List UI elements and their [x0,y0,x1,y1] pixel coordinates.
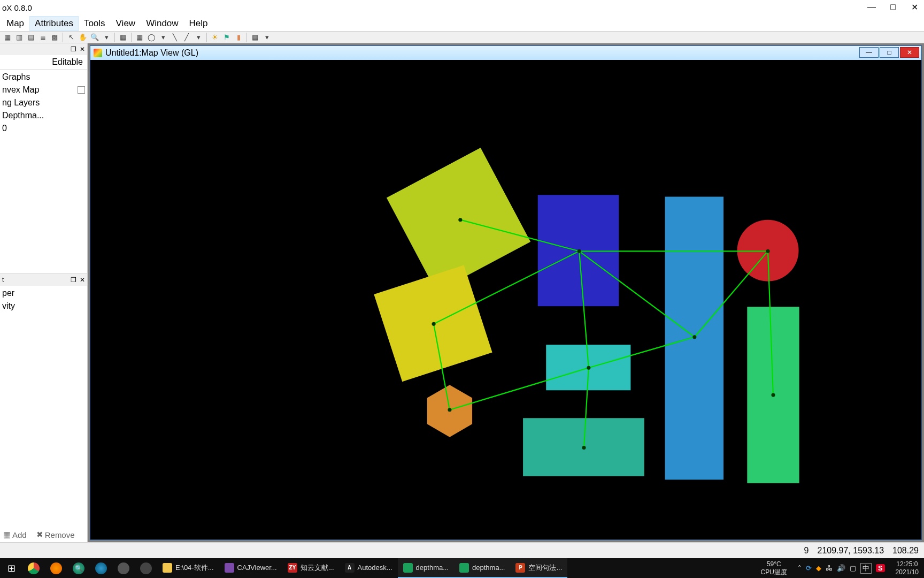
map-view-title-bar[interactable]: Untitled1:Map View (GL) — □ ✕ [90,46,921,60]
panel-float-icon[interactable]: ❐ [71,276,76,284]
tool-flag-icon[interactable]: ⚑ [221,32,232,43]
window-minimize-button[interactable]: — [859,47,879,58]
tool-grid3-icon[interactable]: ▦ [134,32,145,43]
tool-grid-icon[interactable]: ▩ [49,32,60,43]
app-logo-icon [94,49,102,57]
layers-row[interactable]: 0 [2,122,85,135]
editable-header: Editable [0,55,87,70]
svg-point-22 [578,249,581,253]
app-maximize-button[interactable]: □ [888,2,898,12]
taskbar-task-label: CAJViewer... [237,564,277,572]
tool-list-icon[interactable]: ≣ [37,32,48,43]
taskbar-app1-icon[interactable] [112,558,135,578]
app-minimize-button[interactable]: — [866,2,877,12]
tray-sync-icon[interactable]: ⟳ [806,564,812,572]
tool-marker-icon[interactable]: ▮ [233,32,244,43]
remove-button[interactable]: ✖ Remove [36,530,75,539]
tool-dropdown-icon[interactable]: ▾ [101,32,112,43]
taskbar-chrome-icon[interactable] [22,558,45,578]
taskbar-task-label: depthma... [416,564,449,572]
tray-ime-icon[interactable]: 中 [860,563,872,574]
separator [131,33,132,42]
layers-row[interactable]: ng Layers [2,96,85,109]
taskbar-task-label: Autodesk... [358,564,392,572]
tool-open-icon[interactable]: ▥ [14,32,25,43]
tray-battery-icon[interactable]: ▢ [850,564,856,572]
taskbar-task[interactable]: depthma... [454,558,510,578]
attribute-row[interactable]: vity [2,300,85,313]
taskbar-task-icon: P [515,563,525,573]
tool-zoom-icon[interactable]: 🔍 [89,32,100,43]
attr-panel-title: t [2,276,4,284]
svg-point-27 [582,446,586,450]
taskbar-clock[interactable]: 12:25:0 2021/10 [891,560,923,576]
attribute-row[interactable]: per [2,287,85,300]
tool-link-icon[interactable]: ╱ [181,32,192,43]
svg-point-20 [458,218,462,222]
tool-circle-icon[interactable]: ◯ [146,32,157,43]
status-bar: 9 2109.97, 1593.13 108.29 [0,542,924,558]
app-close-button[interactable]: ✕ [909,2,920,12]
tool-color-icon[interactable]: ▦ [250,32,260,43]
taskbar-task[interactable]: E:\04-软件... [157,558,219,578]
layers-row-label: 0 [2,124,7,133]
tool-new-icon[interactable]: ▦ [2,32,13,43]
attributes-panel: t ❐ ✕ pervity ▦ Add ✖ Remove [0,273,87,542]
taskbar-edge-icon[interactable] [90,558,112,578]
menu-attributes[interactable]: Attributes [29,16,79,31]
svg-point-28 [771,393,775,397]
taskbar-app2-icon[interactable] [135,558,157,578]
taskbar-search-icon[interactable]: 🔍 [67,558,90,578]
taskbar-task-icon [225,563,234,573]
svg-point-23 [692,335,696,339]
editable-checkbox[interactable] [78,86,85,94]
tool-dropdown4-icon[interactable]: ▾ [261,32,272,43]
tray-sogou-icon[interactable]: S [876,564,885,572]
panel-close-icon[interactable]: ✕ [80,45,85,53]
tool-save-icon[interactable]: ▤ [26,32,36,43]
menu-view[interactable]: View [111,16,141,31]
taskbar-task-label: E:\04-软件... [175,563,214,573]
taskbar-firefox-icon[interactable] [45,558,67,578]
tool-pointer-icon[interactable]: ↖ [66,32,76,43]
map-canvas[interactable] [90,60,921,539]
taskbar-task[interactable]: depthma... [398,558,454,578]
status-coords: 2109.97, 1593.13 [818,546,884,556]
system-tray[interactable]: ˄ ⟳ ◆ 🖧 🔊 ▢ 中 S [794,563,889,574]
menu-tools[interactable]: Tools [79,16,111,31]
taskbar-task-icon: A [345,563,355,573]
tray-volume-icon[interactable]: 🔊 [837,564,845,572]
tool-sun-icon[interactable]: ☀ [210,32,220,43]
taskbar-task[interactable]: CAJViewer... [219,558,282,578]
add-button[interactable]: ▦ Add [3,530,27,539]
taskbar-start-icon[interactable]: ⊞ [0,558,22,578]
taskbar-task[interactable]: AAutodesk... [340,558,398,578]
menu-map[interactable]: Map [1,16,29,31]
separator [206,33,207,42]
taskbar-cpu-temp[interactable]: 59°C CPU温度 [757,560,791,576]
tool-grid2-icon[interactable]: ▦ [118,32,128,43]
layers-row[interactable]: Depthma... [2,109,85,122]
tool-dropdown3-icon[interactable]: ▾ [193,32,204,43]
taskbar-task[interactable]: P空间句法... [510,558,567,578]
panel-float-icon[interactable]: ❐ [71,45,76,53]
tray-chevron-icon[interactable]: ˄ [798,564,802,572]
tool-line-icon[interactable]: ╲ [170,32,180,43]
menu-help[interactable]: Help [184,16,213,31]
mdi-area: Untitled1:Map View (GL) — □ ✕ [88,43,924,542]
menu-window[interactable]: Window [141,16,183,31]
app-title-bar: oX 0.8.0 — □ ✕ [0,0,924,16]
layers-row-label: Depthma... [2,111,44,120]
separator [114,33,115,42]
window-close-button[interactable]: ✕ [900,47,919,58]
layers-row[interactable]: nvex Map [2,83,85,96]
taskbar-task[interactable]: ZY知云文献... [282,558,340,578]
layers-row[interactable]: Graphs [2,71,85,83]
svg-point-21 [432,322,436,326]
tool-dropdown2-icon[interactable]: ▾ [158,32,168,43]
tool-hand-icon[interactable]: ✋ [78,32,88,43]
panel-close-icon[interactable]: ✕ [80,276,85,284]
window-maximize-button[interactable]: □ [880,47,899,58]
tray-network-icon[interactable]: 🖧 [826,564,833,572]
tray-app-icon[interactable]: ◆ [816,564,821,572]
